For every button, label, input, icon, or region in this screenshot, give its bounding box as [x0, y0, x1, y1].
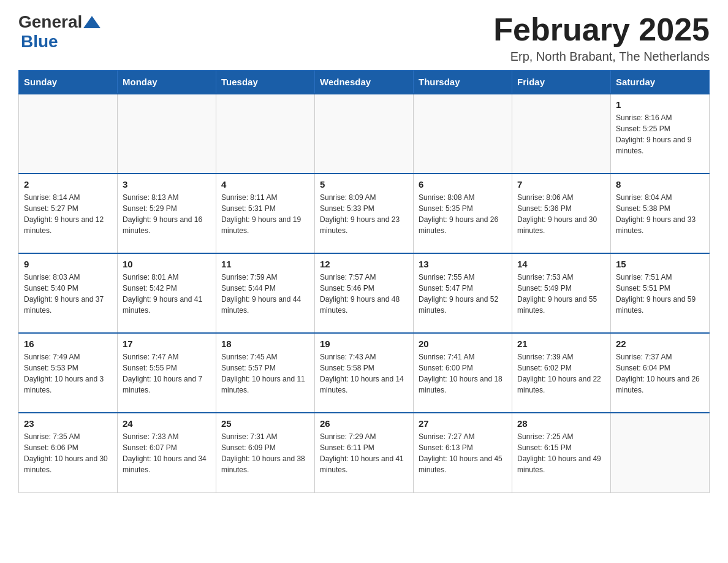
calendar-cell: 22Sunrise: 7:37 AMSunset: 6:04 PMDayligh…	[611, 333, 710, 413]
day-info-line: Sunrise: 8:16 AM	[616, 112, 704, 123]
day-info-line: Sunset: 5:58 PM	[320, 362, 408, 373]
header-wednesday: Wednesday	[315, 71, 414, 94]
day-number: 15	[616, 259, 704, 269]
calendar-week-row: 1Sunrise: 8:16 AMSunset: 5:25 PMDaylight…	[19, 94, 710, 174]
day-info-line: Sunset: 5:27 PM	[24, 203, 112, 214]
day-info-line: Sunset: 5:51 PM	[616, 283, 704, 294]
day-info-line: Daylight: 10 hours and 22 minutes.	[517, 373, 605, 396]
day-info-line: Sunrise: 7:43 AM	[320, 351, 408, 362]
day-info-line: Sunrise: 7:31 AM	[221, 431, 309, 442]
calendar-cell: 15Sunrise: 7:51 AMSunset: 5:51 PMDayligh…	[611, 253, 710, 333]
day-info-line: Daylight: 9 hours and 44 minutes.	[221, 294, 309, 316]
day-info-line: Daylight: 9 hours and 19 minutes.	[221, 214, 309, 236]
day-info-line: Sunrise: 8:03 AM	[24, 272, 112, 283]
day-info-line: Sunset: 5:29 PM	[123, 203, 211, 214]
day-number: 26	[320, 418, 408, 429]
logo-triangle-icon	[83, 16, 100, 28]
day-info-line: Sunset: 5:35 PM	[419, 203, 507, 214]
calendar-week-row: 16Sunrise: 7:49 AMSunset: 5:53 PMDayligh…	[19, 333, 710, 413]
calendar-cell: 5Sunrise: 8:09 AMSunset: 5:33 PMDaylight…	[315, 174, 414, 253]
day-info-line: Sunrise: 7:51 AM	[616, 272, 704, 283]
calendar-cell: 23Sunrise: 7:35 AMSunset: 6:06 PMDayligh…	[19, 413, 118, 492]
day-info-line: Sunset: 5:33 PM	[320, 203, 408, 214]
day-number: 8	[616, 179, 704, 190]
calendar-cell: 2Sunrise: 8:14 AMSunset: 5:27 PMDaylight…	[19, 174, 118, 253]
day-info-line: Daylight: 10 hours and 26 minutes.	[616, 373, 704, 396]
day-info-line: Sunset: 6:04 PM	[616, 362, 704, 373]
day-info-line: Sunrise: 7:37 AM	[616, 351, 704, 362]
day-info-line: Sunset: 5:42 PM	[123, 283, 211, 294]
day-info-line: Sunset: 5:31 PM	[221, 203, 309, 214]
calendar-week-row: 2Sunrise: 8:14 AMSunset: 5:27 PMDaylight…	[19, 174, 710, 253]
day-info-line: Sunrise: 8:06 AM	[517, 192, 605, 203]
day-info-line: Sunrise: 7:49 AM	[24, 351, 112, 362]
day-info-line: Sunrise: 8:04 AM	[616, 192, 704, 203]
day-info-line: Sunset: 6:15 PM	[517, 442, 605, 453]
day-info-line: Sunset: 6:06 PM	[24, 442, 112, 453]
calendar-cell: 12Sunrise: 7:57 AMSunset: 5:46 PMDayligh…	[315, 253, 414, 333]
calendar-cell: 21Sunrise: 7:39 AMSunset: 6:02 PMDayligh…	[512, 333, 611, 413]
calendar-header: Sunday Monday Tuesday Wednesday Thursday…	[19, 71, 710, 94]
location-subtitle: Erp, North Brabant, The Netherlands	[493, 50, 710, 64]
day-info-line: Daylight: 9 hours and 33 minutes.	[616, 214, 704, 236]
day-info-line: Sunset: 5:55 PM	[123, 362, 211, 373]
day-number: 27	[419, 418, 507, 429]
logo: General Blue	[18, 12, 102, 52]
calendar-cell	[512, 94, 611, 174]
day-info-line: Daylight: 9 hours and 26 minutes.	[419, 214, 507, 236]
calendar-cell	[315, 94, 414, 174]
day-number: 5	[320, 179, 408, 190]
day-info-line: Sunrise: 7:35 AM	[24, 431, 112, 442]
calendar-cell: 9Sunrise: 8:03 AMSunset: 5:40 PMDaylight…	[19, 253, 118, 333]
logo-general-text: General	[18, 12, 82, 32]
calendar-cell: 11Sunrise: 7:59 AMSunset: 5:44 PMDayligh…	[216, 253, 315, 333]
header-friday: Friday	[512, 71, 611, 94]
day-info-line: Sunrise: 7:41 AM	[419, 351, 507, 362]
day-info-line: Sunset: 5:36 PM	[517, 203, 605, 214]
calendar-cell: 25Sunrise: 7:31 AMSunset: 6:09 PMDayligh…	[216, 413, 315, 492]
header-monday: Monday	[118, 71, 216, 94]
day-number: 10	[123, 259, 211, 269]
day-number: 20	[419, 339, 507, 349]
calendar-cell: 28Sunrise: 7:25 AMSunset: 6:15 PMDayligh…	[512, 413, 611, 492]
day-info-line: Sunrise: 7:53 AM	[517, 272, 605, 283]
day-number: 28	[517, 418, 605, 429]
day-info-line: Daylight: 10 hours and 30 minutes.	[24, 453, 112, 475]
day-number: 23	[24, 418, 112, 429]
day-info-line: Daylight: 10 hours and 41 minutes.	[320, 453, 408, 475]
day-info-line: Daylight: 9 hours and 52 minutes.	[419, 294, 507, 316]
calendar-cell	[118, 94, 216, 174]
header-sunday: Sunday	[19, 71, 118, 94]
calendar-cell: 26Sunrise: 7:29 AMSunset: 6:11 PMDayligh…	[315, 413, 414, 492]
day-info-line: Daylight: 10 hours and 45 minutes.	[419, 453, 507, 475]
day-info-line: Sunset: 6:02 PM	[517, 362, 605, 373]
calendar-cell	[216, 94, 315, 174]
day-info-line: Daylight: 9 hours and 59 minutes.	[616, 294, 704, 316]
day-number: 16	[24, 339, 112, 349]
day-info-line: Daylight: 9 hours and 12 minutes.	[24, 214, 112, 236]
day-info-line: Sunrise: 8:11 AM	[221, 192, 309, 203]
calendar-cell: 13Sunrise: 7:55 AMSunset: 5:47 PMDayligh…	[414, 253, 512, 333]
day-info-line: Daylight: 10 hours and 14 minutes.	[320, 373, 408, 396]
day-info-line: Sunset: 5:44 PM	[221, 283, 309, 294]
month-title: February 2025	[493, 12, 710, 47]
calendar-cell: 18Sunrise: 7:45 AMSunset: 5:57 PMDayligh…	[216, 333, 315, 413]
day-info-line: Sunrise: 7:45 AM	[221, 351, 309, 362]
day-info-line: Daylight: 10 hours and 11 minutes.	[221, 373, 309, 396]
calendar-body: 1Sunrise: 8:16 AMSunset: 5:25 PMDaylight…	[19, 94, 710, 492]
day-number: 6	[419, 179, 507, 190]
calendar-cell: 1Sunrise: 8:16 AMSunset: 5:25 PMDaylight…	[611, 94, 710, 174]
day-info-line: Sunset: 5:47 PM	[419, 283, 507, 294]
day-number: 3	[123, 179, 211, 190]
day-info-line: Daylight: 10 hours and 34 minutes.	[123, 453, 211, 475]
day-number: 18	[221, 339, 309, 349]
day-info-line: Sunset: 6:00 PM	[419, 362, 507, 373]
calendar-table: Sunday Monday Tuesday Wednesday Thursday…	[18, 70, 710, 493]
day-info-line: Sunset: 5:46 PM	[320, 283, 408, 294]
day-info-line: Sunset: 5:38 PM	[616, 203, 704, 214]
day-number: 19	[320, 339, 408, 349]
day-number: 13	[419, 259, 507, 269]
day-info-line: Sunrise: 7:55 AM	[419, 272, 507, 283]
day-number: 11	[221, 259, 309, 269]
weekday-header-row: Sunday Monday Tuesday Wednesday Thursday…	[19, 71, 710, 94]
